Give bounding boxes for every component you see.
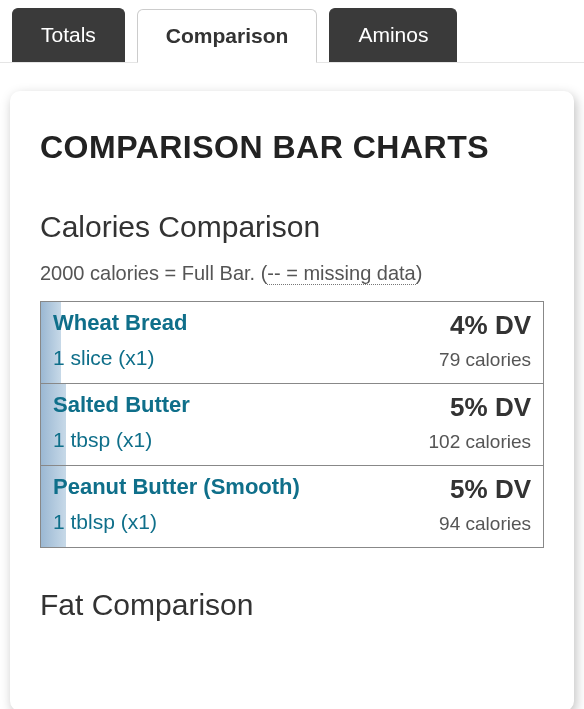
legend-text: 2000 calories = Full Bar. (-- = missing … bbox=[40, 262, 544, 285]
chart-row: Wheat Bread 1 slice (x1) 4% DV 79 calori… bbox=[41, 302, 543, 384]
legend-suffix: ) bbox=[416, 262, 423, 284]
tab-aminos[interactable]: Aminos bbox=[329, 8, 457, 62]
food-name[interactable]: Salted Butter bbox=[53, 392, 190, 418]
legend-missing: -- = missing data bbox=[267, 262, 415, 285]
comparison-card: COMPARISON BAR CHARTS Calories Compariso… bbox=[10, 91, 574, 709]
chart-row: Salted Butter 1 tbsp (x1) 5% DV 102 calo… bbox=[41, 384, 543, 466]
food-serving[interactable]: 1 tbsp (x1) bbox=[53, 428, 190, 452]
section-title-fat: Fat Comparison bbox=[40, 588, 544, 622]
calories-chart: Wheat Bread 1 slice (x1) 4% DV 79 calori… bbox=[40, 301, 544, 548]
section-title-calories: Calories Comparison bbox=[40, 210, 544, 244]
tab-comparison[interactable]: Comparison bbox=[137, 9, 318, 63]
food-serving[interactable]: 1 tblsp (x1) bbox=[53, 510, 300, 534]
food-name[interactable]: Peanut Butter (Smooth) bbox=[53, 474, 300, 500]
absolute-value: 102 calories bbox=[429, 431, 531, 453]
dv-value: 4% DV bbox=[439, 310, 531, 341]
absolute-value: 79 calories bbox=[439, 349, 531, 371]
food-serving[interactable]: 1 slice (x1) bbox=[53, 346, 187, 370]
page-title: COMPARISON BAR CHARTS bbox=[40, 129, 544, 166]
chart-row: Peanut Butter (Smooth) 1 tblsp (x1) 5% D… bbox=[41, 466, 543, 547]
food-name[interactable]: Wheat Bread bbox=[53, 310, 187, 336]
dv-value: 5% DV bbox=[429, 392, 531, 423]
tabs-bar: Totals Comparison Aminos bbox=[0, 0, 584, 63]
dv-value: 5% DV bbox=[439, 474, 531, 505]
absolute-value: 94 calories bbox=[439, 513, 531, 535]
tab-totals[interactable]: Totals bbox=[12, 8, 125, 62]
legend-prefix: 2000 calories = Full Bar. ( bbox=[40, 262, 267, 284]
